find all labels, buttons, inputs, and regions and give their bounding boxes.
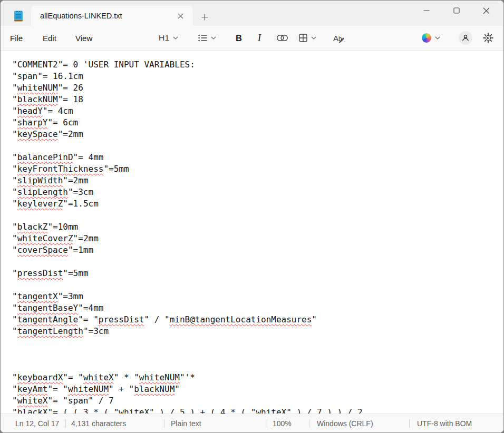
misspelled-word: whiteNUM xyxy=(68,384,109,394)
editor-line: "keyleverZ"=1.5cm xyxy=(12,198,503,210)
menu-file[interactable]: File xyxy=(10,34,23,43)
editor-line: "slipLength"=3cm xyxy=(12,186,503,198)
editor-line: "sharpY"= 6cm xyxy=(12,117,503,129)
tab-close-button[interactable] xyxy=(174,9,187,22)
misspelled-word: pressDist xyxy=(17,268,63,278)
misspelled-word: keyAmt xyxy=(17,384,48,394)
account-button[interactable] xyxy=(459,31,472,45)
statusbar: Ln 12, Col 17 4,131 characters Plain tex… xyxy=(1,414,503,432)
link-button[interactable] xyxy=(277,35,288,41)
notepad-icon xyxy=(12,9,25,22)
misspelled-word: blackNUM xyxy=(134,384,175,394)
bullet-list-icon xyxy=(198,34,207,42)
chevron-down-icon[interactable] xyxy=(311,36,316,40)
editor-line xyxy=(12,210,503,221)
misspelled-word: whiteX xyxy=(83,372,114,382)
new-tab-button[interactable] xyxy=(198,10,211,24)
list-button[interactable] xyxy=(198,34,216,42)
editor-line: "slipWidth"=2mm xyxy=(12,175,503,186)
status-zoom-level: 100% xyxy=(266,414,309,432)
editor-line: "keyboardX"= "whiteX" * "whiteNUM"'* xyxy=(12,372,503,383)
editor-line: "tangentAngle"= "pressDist" / "minB@tang… xyxy=(12,314,503,326)
text-editor[interactable]: "COMMENT2"= 0 'USER INPUT VARIABLES:"spa… xyxy=(1,51,503,414)
editor-line: "tangentBaseY"=4mm xyxy=(12,302,503,314)
misspelled-word: blackX xyxy=(17,407,48,414)
titlebar[interactable]: allEquations-LINKED.txt xyxy=(1,1,503,26)
misspelled-word: keySpace xyxy=(17,129,58,139)
person-icon xyxy=(461,34,470,42)
editor-line: "keySpace"=2mm xyxy=(12,129,503,140)
italic-button[interactable]: I xyxy=(258,33,261,44)
status-encoding: UTF-8 with BOM xyxy=(410,414,503,432)
misspelled-word: keyleverZ xyxy=(17,199,63,209)
maximize-icon xyxy=(453,7,460,14)
editor-line: "blackNUM"= 18 xyxy=(12,94,503,105)
copilot-button[interactable] xyxy=(422,33,440,43)
chevron-down-icon[interactable] xyxy=(211,36,216,40)
misspelled-word: balancePinD xyxy=(17,152,73,162)
table-button[interactable] xyxy=(299,34,316,42)
misspelled-word: sharpY xyxy=(17,117,48,127)
spellcheck-pen-icon: Ab xyxy=(333,34,342,43)
misspelled-word: keyboardX xyxy=(17,372,63,382)
editor-line: "whiteNUM"= 26 xyxy=(12,82,503,94)
close-window-button[interactable] xyxy=(471,1,501,21)
menu-view[interactable]: View xyxy=(75,34,92,43)
editor-line: "keyFrontThickness"=5mm xyxy=(12,163,503,175)
editor-line: "tangentX"=3mm xyxy=(12,291,503,302)
editor-line xyxy=(12,256,503,268)
misspelled-word: whiteX xyxy=(119,407,149,414)
editor-line: "coverSpace"=1mm xyxy=(12,244,503,256)
misspelled-word: pressDist xyxy=(99,314,144,324)
editor-line xyxy=(12,279,503,291)
minimize-button[interactable] xyxy=(411,1,441,21)
misspelled-word: tangentAngle xyxy=(17,314,79,324)
misspelled-word: whiteCoverZ xyxy=(17,233,73,243)
close-icon xyxy=(178,13,183,19)
misspelled-word: whiteX xyxy=(256,407,286,414)
misspelled-word: blackNUM xyxy=(17,94,58,104)
link-icon xyxy=(277,35,288,41)
chevron-down-icon[interactable] xyxy=(173,36,178,40)
bold-button[interactable]: B xyxy=(236,33,242,43)
settings-button[interactable] xyxy=(483,33,493,43)
misspelled-word: tangentX xyxy=(17,291,58,301)
misspelled-word: headY xyxy=(17,106,43,116)
heading-button[interactable]: H1 xyxy=(159,33,178,43)
misspelled-word: whiteNUM xyxy=(139,372,180,382)
editor-line: "keyAmt"= "whiteNUM" + "blackNUM" xyxy=(12,383,503,395)
editor-line: "COMMENT2"= 0 'USER INPUT VARIABLES: xyxy=(12,59,503,71)
misspelled-word: slipLength xyxy=(17,187,68,197)
editor-line xyxy=(12,337,503,349)
menu-edit[interactable]: Edit xyxy=(43,34,56,43)
editor-line xyxy=(12,360,503,372)
editor-line xyxy=(12,349,503,360)
maximize-button[interactable] xyxy=(441,1,471,21)
chevron-down-icon[interactable] xyxy=(435,36,440,40)
misspelled-word: keyFrontThickness xyxy=(17,164,104,174)
tab-allequations[interactable]: allEquations-LINKED.txt xyxy=(31,6,193,26)
misspelled-word: slipWidth xyxy=(17,175,63,185)
misspelled-word: minB@tangentLocationMeasures xyxy=(170,314,312,324)
misspelled-word: blackZ xyxy=(17,222,48,232)
status-cursor-position: Ln 12, Col 17 xyxy=(1,414,65,432)
editor-line: "blackZ"=10mm xyxy=(12,221,503,233)
minimize-icon xyxy=(423,7,430,14)
notepad-window: allEquations-LINKED.txt xyxy=(0,0,504,433)
toolbar: File Edit View H1 B xyxy=(1,26,503,51)
misspelled-word: whiteX xyxy=(17,396,48,406)
misspelled-word: tangentLength xyxy=(17,326,83,336)
status-line-ending: Windows (CRLF) xyxy=(309,414,409,432)
table-icon xyxy=(299,34,307,42)
editor-line: "headY"= 4cm xyxy=(12,105,503,117)
editor-line: "whiteX"= "span" / 7 xyxy=(12,395,503,407)
editor-line: "whiteCoverZ"=2mm xyxy=(12,233,503,244)
status-doctype: Plain text xyxy=(164,414,266,432)
editor-line: "blackX"= ( ( 3 * ( "whiteX" ) / 5 ) + (… xyxy=(12,407,503,414)
gear-icon xyxy=(483,33,493,43)
status-character-count: 4,131 characters xyxy=(66,414,164,432)
spellcheck-button[interactable]: Ab xyxy=(333,34,342,43)
editor-line: "span"= 16.1cm xyxy=(12,71,503,82)
plus-icon xyxy=(201,14,208,21)
editor-line: "pressDist"=5mm xyxy=(12,268,503,279)
